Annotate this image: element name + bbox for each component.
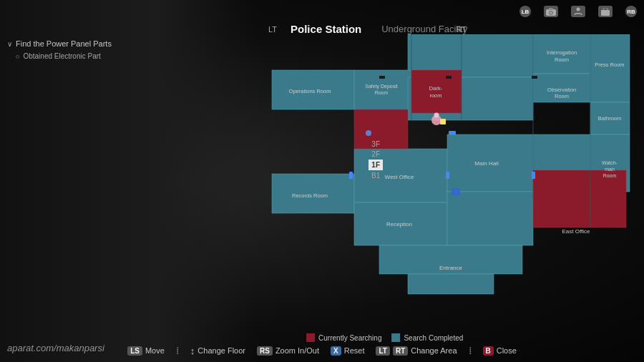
legend: Currently Searching Search Completed: [306, 333, 463, 342]
svg-text:Watch-: Watch-: [602, 160, 618, 165]
svg-point-2: [550, 11, 552, 14]
svg-text:Entrance: Entrance: [439, 265, 463, 271]
tab-police-station[interactable]: Police Station: [280, 20, 371, 38]
floor-indicator: 3F 2F 1F B1: [369, 140, 383, 180]
svg-rect-22: [447, 192, 533, 245]
ctrl-zoom-label: Zoom In/Out: [275, 346, 319, 355]
ctrl-floor-icon: ↕: [190, 346, 195, 356]
separator-2: ⁞: [469, 345, 472, 356]
lb-button: LB: [519, 6, 531, 17]
controller-buttons: LB RB: [519, 6, 637, 17]
svg-text:Dark-: Dark-: [429, 85, 443, 92]
ctrl-change-area-label: Change Area: [411, 346, 457, 355]
legend-completed-label: Search Completed: [404, 334, 463, 342]
legend-completed: Search Completed: [391, 333, 463, 342]
svg-text:Main Hall: Main Hall: [474, 160, 499, 167]
svg-rect-24: [408, 274, 494, 294]
svg-text:Room: Room: [555, 93, 569, 99]
svg-rect-40: [440, 119, 446, 124]
svg-text:Operations Room: Operations Room: [289, 88, 331, 94]
objective-title: Find the Power Panel Parts: [7, 39, 112, 48]
svg-rect-34: [532, 76, 537, 79]
briefcase-icon: [598, 6, 613, 17]
ctrl-floor-label: Change Floor: [197, 346, 245, 355]
camera-button: [544, 6, 558, 17]
svg-rect-3: [549, 8, 553, 10]
ctrl-lt-key: LT: [376, 346, 389, 356]
svg-text:man: man: [605, 167, 615, 172]
rt-tab-label: RT: [457, 25, 467, 34]
legend-searching-box: [306, 333, 315, 342]
svg-text:Bathroom: Bathroom: [598, 115, 622, 122]
ctrl-zoom: RS Zoom In/Out: [257, 346, 319, 356]
ctrl-close-label: Close: [497, 346, 517, 355]
legend-completed-box: [391, 333, 400, 342]
svg-rect-37: [452, 188, 460, 195]
person-icon: [571, 6, 585, 17]
svg-rect-33: [446, 76, 452, 79]
svg-text:Room: Room: [555, 57, 569, 63]
svg-text:Interrogation: Interrogation: [547, 49, 577, 56]
legend-searching: Currently Searching: [306, 333, 381, 342]
ctrl-rt-key: RT: [393, 346, 408, 356]
floor-2f: 2F: [369, 150, 382, 159]
map-svg: Operations Room Safety Deposit Room Dark…: [268, 34, 633, 299]
ctrl-close-key: B: [483, 346, 494, 356]
svg-text:Room: Room: [603, 173, 617, 178]
separator-1: ⁞: [176, 345, 179, 356]
svg-text:Press Room: Press Room: [595, 62, 624, 68]
rb-button: RB: [625, 6, 637, 17]
svg-rect-13: [590, 34, 630, 102]
ctrl-move-key: LS: [127, 346, 142, 356]
svg-text:East Office: East Office: [562, 228, 591, 235]
ctrl-reset-label: Reset: [344, 346, 365, 355]
svg-text:West Office: West Office: [384, 174, 414, 180]
ctrl-reset-key: X: [331, 346, 341, 356]
svg-rect-64: [449, 131, 456, 134]
svg-rect-61: [349, 172, 353, 179]
ctrl-zoom-key: RS: [257, 346, 273, 356]
svg-point-35: [366, 130, 371, 136]
objectives-panel: Find the Power Panel Parts Obtained Elec…: [7, 39, 112, 60]
ctrl-floor: ↕ Change Floor: [190, 346, 245, 356]
svg-point-39: [434, 113, 439, 118]
ctrl-close: B Close: [483, 346, 517, 356]
floor-b1: B1: [369, 171, 382, 180]
svg-rect-63: [532, 172, 535, 179]
lb-icon: LB: [519, 6, 531, 17]
svg-point-4: [577, 8, 580, 11]
ctrl-move-label: Move: [145, 346, 165, 355]
rb-icon: RB: [625, 6, 637, 17]
objective-item: Obtained Electronic Part: [16, 52, 112, 60]
svg-text:Records Room: Records Room: [292, 192, 328, 199]
svg-text:Observation: Observation: [547, 87, 576, 93]
ctrl-change-area: LT RT Change Area: [376, 346, 457, 356]
svg-rect-26: [533, 170, 626, 228]
lt-label: LT: [268, 25, 277, 34]
svg-rect-32: [379, 76, 385, 79]
svg-text:Safety Deposit: Safety Deposit: [365, 84, 398, 89]
legend-searching-label: Currently Searching: [318, 334, 381, 342]
floor-1f: 1F: [369, 160, 383, 170]
svg-rect-62: [446, 172, 449, 179]
svg-text:room: room: [429, 92, 441, 99]
briefcase-button: [598, 6, 613, 17]
camera-icon: [544, 6, 558, 17]
person-button: [571, 6, 585, 17]
svg-text:Room: Room: [375, 90, 389, 95]
svg-text:Reception: Reception: [386, 221, 412, 228]
svg-rect-5: [601, 10, 610, 16]
ctrl-move: LS Move: [127, 346, 165, 356]
ctrl-reset: X Reset: [331, 346, 364, 356]
floor-3f: 3F: [369, 140, 382, 149]
svg-rect-25: [411, 70, 462, 113]
bottom-controls-bar: LS Move ⁞ ↕ Change Floor RS Zoom In/Out …: [0, 345, 644, 356]
map-header: LT Police Station Underground Facility R…: [268, 20, 477, 38]
